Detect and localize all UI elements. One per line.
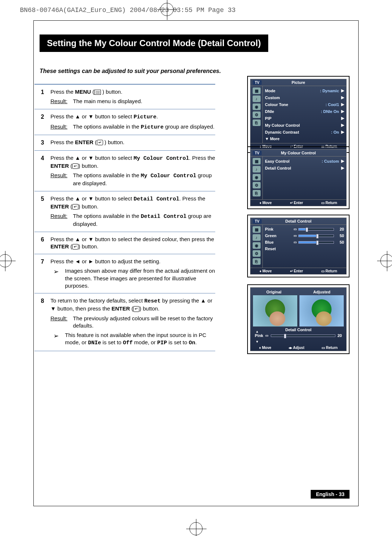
step-8: 8 To return to the factory defaults, sel…: [34, 293, 215, 351]
t: ENTER: [50, 243, 69, 249]
tv-tag: TV: [253, 151, 262, 155]
menu-icon: ▯▯▯: [94, 90, 101, 95]
adjusted-image: [299, 295, 344, 327]
result-label: Result:: [50, 123, 73, 131]
original-image: [253, 295, 298, 327]
compare-title: Detail Control: [250, 328, 346, 332]
t: ) button.: [101, 89, 122, 95]
osd-row: Blue▭50: [265, 239, 344, 245]
t: (: [91, 89, 94, 95]
osd-row: Mode: Dynamic▶: [265, 87, 344, 94]
t: ) button.: [78, 163, 98, 169]
tv-tag: TV: [253, 219, 262, 224]
intro-text: These settings can be adjusted to suit y…: [40, 68, 236, 74]
enter-icon: ↵: [72, 244, 78, 249]
channel-icon: ◉: [253, 103, 261, 110]
t: (: [93, 139, 97, 145]
enter-icon: ↵: [72, 163, 78, 169]
t: ) button.: [78, 243, 98, 249]
osd-sidebar: ▦ ♪ ◉ ⚙ ⎘: [250, 225, 263, 268]
channel-icon: ◉: [253, 174, 261, 180]
t: (: [69, 243, 72, 249]
osd-footer: ♦ Move ◂▸ Adjust ▭ Return: [250, 346, 346, 350]
osd-row: My Colour Control▶: [265, 122, 344, 129]
step-num: 7: [34, 258, 50, 289]
t: . Press the: [179, 195, 205, 202]
page-number: English - 33: [311, 490, 350, 499]
sound-icon: ♪: [253, 166, 261, 172]
osd-row: Custom▶: [265, 94, 344, 101]
osd-more: ▼ More: [265, 135, 344, 142]
picture-icon: ▦: [253, 226, 261, 233]
page-frame: Setting the My Colour Control Mode (Deta…: [33, 20, 359, 506]
osd-row: Detail Control▶: [265, 165, 344, 171]
result-label: Result:: [50, 315, 73, 330]
osd-sidebar: ▦ ♪ ◉ ⚙ ⎘: [250, 86, 263, 143]
t: ENTER: [111, 305, 130, 312]
enter-icon: ↵: [133, 306, 139, 312]
step-1: 1 Press the MENU (▯▯▯ ) button. Result: …: [34, 85, 215, 109]
note-icon: ➢: [50, 332, 65, 347]
t: My Colour Control: [134, 155, 189, 162]
t: ENTER: [75, 139, 94, 145]
channel-icon: ◉: [253, 242, 261, 249]
osd-footer: ♦ Move ↵ Enter ▭ Return: [250, 199, 346, 206]
result-text: The options available in the My Colour C…: [73, 172, 215, 187]
picture-icon: ▦: [253, 158, 261, 165]
t: ) button.: [139, 305, 159, 312]
tv-tag: TV: [253, 80, 262, 85]
t: ENTER: [50, 203, 69, 210]
t: MENU: [75, 89, 91, 95]
t: . Press the: [189, 155, 215, 161]
osd-row: Easy Control: Custom▶: [265, 158, 344, 165]
t: Press the ▲ or ▼ button to select: [50, 195, 134, 202]
step-num: 5: [34, 195, 50, 228]
setup-icon: ⚙: [253, 182, 261, 188]
setup-icon: ⚙: [253, 250, 261, 257]
t: Reset: [144, 298, 160, 304]
osd-sidebar: ▦ ♪ ◉ ⚙ ⎘: [250, 157, 263, 199]
result-text: The options available in the Picture gro…: [73, 123, 215, 131]
osd-row: Colour Tone: Cool1▶: [265, 101, 344, 108]
osd-title: My Colour Control: [250, 150, 346, 157]
t: Detail Control: [134, 196, 179, 202]
step-num: 8: [34, 297, 50, 347]
step-num: 3: [34, 139, 50, 147]
sound-icon: ♪: [253, 234, 261, 241]
step-7: 7 Press the ◄ or ► button to adjust the …: [34, 254, 215, 293]
slider: ▭50: [282, 234, 344, 238]
t: To return to the factory defaults, selec…: [50, 297, 144, 304]
result-label: Result:: [50, 172, 73, 187]
steps-list: 1 Press the MENU (▯▯▯ ) button. Result: …: [34, 84, 215, 351]
t: Picture: [134, 114, 156, 120]
result-text: The options available in the Detail Cont…: [73, 212, 215, 228]
osd-row: DNIe: DNIe On▶: [265, 108, 344, 115]
t: Press the ▲ or ▼ button to select: [50, 113, 134, 119]
sound-icon: ♪: [253, 96, 261, 102]
label-adjusted: Adjusted: [313, 290, 330, 294]
input-icon: ⎘: [253, 258, 261, 265]
t: Press the ▲ or ▼ button to select the de…: [50, 236, 214, 242]
result-text: The main menu is displayed.: [73, 98, 215, 105]
t: ) button.: [103, 139, 124, 145]
result-label: Result:: [50, 212, 73, 228]
label-original: Original: [266, 290, 282, 294]
input-icon: ⎘: [253, 119, 261, 126]
page-title: Setting the My Colour Control Mode (Deta…: [40, 34, 268, 52]
osd-row: PIP▶: [265, 115, 344, 122]
slider: ▭50: [282, 240, 344, 244]
step-num: 1: [34, 88, 50, 105]
picture-icon: ▦: [253, 88, 261, 94]
enter-icon: ↵: [72, 204, 78, 210]
note-icon: ➢: [50, 267, 65, 289]
t: (: [130, 305, 133, 312]
step-4: 4 Press the ▲ or ▼ button to select My C…: [34, 151, 215, 191]
t: .: [156, 113, 158, 119]
osd-title: Picture: [250, 79, 346, 86]
slider-label: Pink: [255, 333, 263, 338]
step-2: 2 Press the ▲ or ▼ button to select Pict…: [34, 109, 215, 135]
t: Press the: [50, 139, 75, 145]
input-icon: ⎘: [253, 190, 261, 196]
osd-row: Green▭50: [265, 232, 344, 239]
t: Press the ◄ or ► button to adjust the se…: [50, 258, 215, 265]
